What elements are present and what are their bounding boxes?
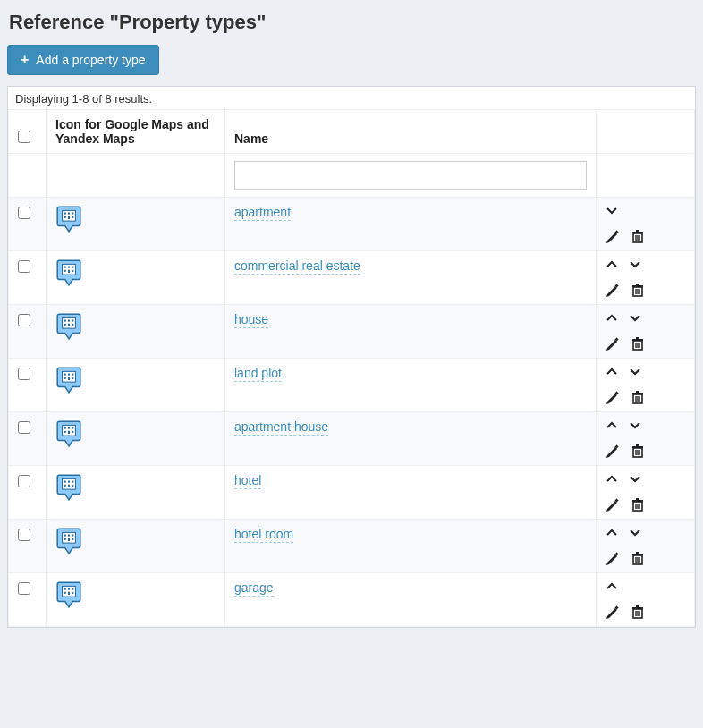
table-row: house: [9, 305, 695, 359]
move-up-button[interactable]: [606, 527, 618, 538]
move-up-button[interactable]: [606, 366, 618, 377]
move-down-button[interactable]: [629, 312, 641, 324]
column-header-actions: [597, 110, 695, 154]
table-row: commercial real estate: [9, 251, 695, 305]
move-down-button[interactable]: [629, 527, 641, 538]
edit-button[interactable]: [606, 605, 620, 619]
delete-button[interactable]: [631, 336, 645, 351]
edit-button[interactable]: [606, 390, 620, 404]
move-down-button[interactable]: [629, 258, 641, 270]
delete-button[interactable]: [631, 283, 645, 297]
row-checkbox[interactable]: [18, 582, 30, 595]
column-header-name[interactable]: Name: [225, 110, 597, 154]
table-row: garage: [9, 573, 695, 627]
plus-icon: +: [21, 53, 29, 67]
move-up-button[interactable]: [606, 473, 618, 485]
add-property-type-label: Add a property type: [36, 53, 145, 67]
select-all-checkbox[interactable]: [18, 131, 30, 143]
table-row: land plot: [9, 359, 695, 412]
grid-summary: Displaying 1-8 of 8 results.: [8, 87, 695, 109]
name-filter-input[interactable]: [234, 161, 587, 190]
move-up-button[interactable]: [606, 312, 618, 324]
edit-button[interactable]: [606, 283, 620, 297]
property-type-name-link[interactable]: house: [234, 312, 268, 328]
delete-button[interactable]: [631, 444, 645, 458]
move-down-button[interactable]: [606, 205, 618, 216]
edit-button[interactable]: [606, 336, 620, 351]
table-row: hotel: [9, 466, 695, 520]
edit-button[interactable]: [606, 497, 620, 512]
delete-button[interactable]: [631, 229, 645, 243]
row-checkbox[interactable]: [18, 260, 30, 273]
row-checkbox[interactable]: [18, 314, 30, 326]
row-checkbox[interactable]: [18, 421, 30, 434]
property-types-table: Icon for Google Maps and Yandex Maps Nam…: [8, 109, 695, 627]
building-pin-icon: [55, 205, 82, 236]
move-down-button[interactable]: [629, 419, 641, 431]
property-type-name-link[interactable]: hotel: [234, 473, 261, 489]
property-type-name-link[interactable]: apartment house: [234, 419, 328, 436]
move-up-button[interactable]: [606, 258, 618, 270]
table-row: hotel room: [9, 520, 695, 573]
move-up-button[interactable]: [606, 580, 618, 592]
building-pin-icon: [55, 527, 82, 558]
row-checkbox[interactable]: [18, 529, 30, 541]
delete-button[interactable]: [631, 390, 645, 404]
building-pin-icon: [55, 580, 82, 612]
delete-button[interactable]: [631, 551, 645, 565]
row-checkbox[interactable]: [18, 207, 30, 219]
building-pin-icon: [55, 473, 82, 504]
property-type-name-link[interactable]: hotel room: [234, 527, 293, 543]
building-pin-icon: [55, 366, 82, 397]
property-type-name-link[interactable]: land plot: [234, 366, 282, 382]
edit-button[interactable]: [606, 229, 620, 243]
column-header-icon: Icon for Google Maps and Yandex Maps: [47, 110, 225, 154]
building-pin-icon: [55, 419, 82, 451]
grid-panel: Displaying 1-8 of 8 results. Icon for Go…: [7, 86, 696, 628]
building-pin-icon: [55, 258, 82, 290]
row-checkbox[interactable]: [18, 368, 30, 380]
move-down-button[interactable]: [629, 366, 641, 377]
move-down-button[interactable]: [629, 473, 641, 485]
property-type-name-link[interactable]: apartment: [234, 205, 291, 221]
building-pin-icon: [55, 312, 82, 343]
delete-button[interactable]: [631, 605, 645, 619]
move-up-button[interactable]: [606, 419, 618, 431]
edit-button[interactable]: [606, 551, 620, 565]
add-property-type-button[interactable]: + Add a property type: [7, 45, 159, 75]
row-checkbox[interactable]: [18, 475, 30, 487]
page-title: Reference "Property types": [9, 11, 696, 34]
table-header-row: Icon for Google Maps and Yandex Maps Nam…: [9, 110, 695, 154]
table-filter-row: [9, 154, 695, 198]
property-type-name-link[interactable]: commercial real estate: [234, 258, 360, 275]
table-row: apartment house: [9, 412, 695, 466]
table-row: apartment: [9, 198, 695, 251]
edit-button[interactable]: [606, 444, 620, 458]
property-type-name-link[interactable]: garage: [234, 580, 274, 597]
delete-button[interactable]: [631, 497, 645, 512]
